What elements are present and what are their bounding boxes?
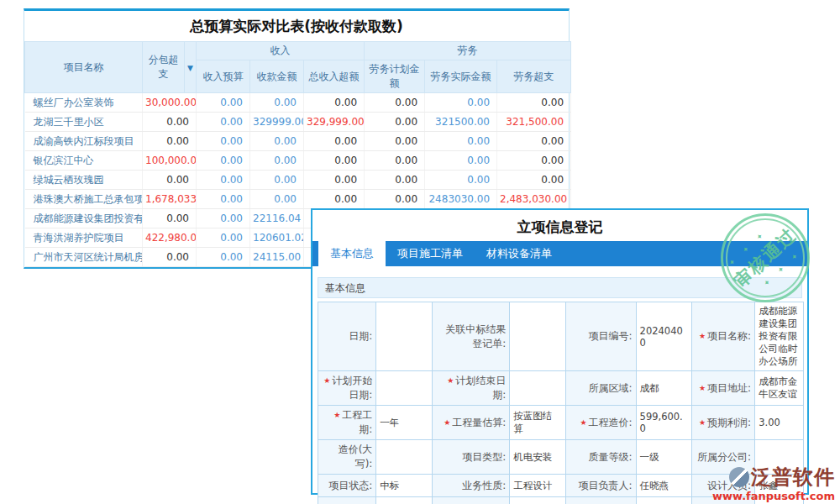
amount-cell: 0.00	[425, 93, 497, 113]
amount-cell: 22116.04	[250, 209, 304, 228]
amount-cell: 2483030.00	[425, 190, 497, 209]
field-value[interactable]: 工程设计	[510, 475, 565, 497]
amount-cell: 0.00	[497, 132, 571, 151]
col-header-labor-overrun[interactable]: 劳务超支	[497, 60, 571, 93]
amount-cell: 0.00	[197, 228, 250, 248]
table-row: 绿城云栖玫瑰园0.000.000.000.000.000.000.00	[25, 171, 571, 190]
form-row: ★计划开始日期:★计划结束日期:所属区域:成都★项目地址:成都市金牛区友谊	[318, 371, 804, 406]
amount-cell: 0.00	[304, 132, 365, 151]
sort-down-icon[interactable]: ▼	[187, 64, 193, 72]
field-value[interactable]: 一级	[636, 440, 691, 475]
amount-cell: 0.00	[365, 190, 425, 209]
field-value[interactable]: 20240400	[636, 302, 691, 371]
amount-cell: 1,678,033.00	[143, 190, 197, 209]
amount-cell: 0.00	[143, 209, 197, 228]
field-value[interactable]: 邓琴	[510, 497, 565, 504]
required-icon: ★	[333, 411, 340, 419]
project-name-cell[interactable]: 青海洪湖养护院项目	[25, 228, 143, 248]
amount-cell: 0.00	[197, 113, 250, 132]
field-value[interactable]	[510, 371, 565, 406]
col-header-total-income-excess[interactable]: 总收入超额	[304, 60, 365, 93]
field-label: ★项目名称:	[692, 302, 755, 371]
field-label: 测绘人员:	[318, 497, 376, 504]
field-value[interactable]	[376, 440, 432, 475]
project-name-cell[interactable]: 螺丝厂办公室装饰	[25, 93, 143, 113]
table-row: 成渝高铁内江标段项目0.000.000.000.000.000.000.00	[25, 132, 571, 151]
field-value[interactable]: 3.00	[755, 406, 804, 440]
field-label: 项目编号:	[565, 302, 636, 371]
field-value[interactable]: 中标	[376, 475, 432, 497]
field-label: 关联中标结果登记单:	[432, 302, 509, 371]
amount-cell: 0.00	[425, 171, 497, 190]
field-value[interactable]: 成都能源建设集团投资有限公司临时办公场所	[755, 302, 804, 371]
table-row: 螺丝厂办公室装饰30,000.000.000.000.000.000.000.0…	[25, 93, 571, 113]
dialog-title: 立项信息登记	[312, 210, 807, 241]
field-label: 项目类型:	[432, 440, 509, 475]
amount-cell: 120601.02	[250, 228, 304, 248]
field-value[interactable]: 机电安装	[510, 440, 565, 475]
dialog-tab-1[interactable]: 项目施工清单	[386, 241, 475, 266]
project-name-cell[interactable]: 成都能源建设集团投资有限公司	[25, 209, 143, 228]
amount-cell: 0.00	[304, 93, 365, 113]
project-name-cell[interactable]: 港珠澳大桥施工总承包项目	[25, 190, 143, 209]
field-label: 地勘人员:	[432, 497, 509, 504]
amount-cell: 0.00	[197, 248, 250, 267]
sort-arrow-cell[interactable]: ▼	[185, 42, 197, 93]
field-label: 项目状态:	[318, 475, 376, 497]
field-value[interactable]: 任晓燕	[636, 475, 691, 497]
amount-cell: 321500.00	[425, 113, 497, 132]
field-value[interactable]	[376, 371, 432, 406]
amount-cell: 0.00	[365, 132, 425, 151]
table-row: 龙湖三千里小区0.000.00329999.00329,999.000.0032…	[25, 113, 571, 132]
group-header-income: 收入	[197, 42, 365, 60]
amount-cell: 0.00	[425, 151, 497, 171]
col-header-receipt-amount[interactable]: 收款金额	[250, 60, 304, 93]
amount-cell: 0.00	[143, 248, 197, 267]
field-value[interactable]	[376, 302, 432, 371]
project-name-cell[interactable]: 龙湖三千里小区	[25, 113, 143, 132]
field-label: ★计划开始日期:	[318, 371, 376, 406]
field-value[interactable]: 按蓝图结算	[510, 406, 565, 440]
report-title: 总预算实际对比表(按收付款取数)	[24, 11, 569, 41]
col-header-subcontract-overrun[interactable]: 分包超支	[143, 42, 185, 93]
field-label: ★预期利润:	[692, 406, 755, 440]
amount-cell: 0.00	[365, 151, 425, 171]
field-label: 质量等级:	[565, 440, 636, 475]
amount-cell: 2,483,030.00	[497, 190, 571, 209]
required-icon: ★	[699, 418, 706, 427]
amount-cell: 0.00	[197, 93, 250, 113]
vendor-name: 泛普软件	[751, 464, 835, 491]
field-label: 项目负责人:	[565, 475, 636, 497]
amount-cell: 0.00	[197, 209, 250, 228]
col-header-income-budget[interactable]: 收入预算	[197, 60, 250, 93]
required-icon: ★	[580, 418, 586, 427]
project-name-cell[interactable]: 银亿滨江中心	[25, 151, 143, 171]
dialog-tab-2[interactable]: 材料设备清单	[475, 241, 564, 266]
field-value[interactable]: 一年	[376, 406, 432, 440]
field-label: ★项目地址:	[692, 371, 755, 406]
project-name-cell[interactable]: 绿城云栖玫瑰园	[25, 171, 143, 190]
required-icon: ★	[699, 384, 706, 392]
amount-cell: 0.00	[304, 190, 365, 209]
col-header-labor-actual[interactable]: 劳务实际金额	[425, 60, 497, 93]
vendor-url: www.fanpusoft.com	[709, 491, 835, 502]
field-value[interactable]: 成都市金牛区友谊	[755, 371, 804, 406]
amount-cell: 0.00	[497, 93, 571, 113]
vendor-logo: 泛普软件 www.fanpusoft.com	[709, 464, 835, 502]
dialog-tab-0[interactable]: 基本信息	[318, 241, 386, 266]
amount-cell: 0.00	[250, 93, 304, 113]
amount-cell: 329999.00	[250, 113, 304, 132]
section-header-basic-info: 基本信息	[318, 277, 802, 298]
field-value[interactable]: 陈丹	[376, 497, 432, 504]
fanpu-logo-icon	[729, 467, 749, 487]
field-value[interactable]: 成都	[636, 371, 691, 406]
field-value[interactable]	[510, 302, 565, 371]
project-name-cell[interactable]: 成渝高铁内江标段项目	[25, 132, 143, 151]
amount-cell: 0.00	[143, 132, 197, 151]
field-value[interactable]	[636, 497, 691, 504]
col-header-labor-planned[interactable]: 劳务计划金额	[365, 60, 425, 93]
field-value[interactable]: 599,600.0	[636, 406, 691, 440]
project-name-cell[interactable]: 广州市天河区统计局机房改造	[25, 248, 143, 267]
amount-cell: 0.00	[250, 190, 304, 209]
amount-cell: 0.00	[365, 171, 425, 190]
